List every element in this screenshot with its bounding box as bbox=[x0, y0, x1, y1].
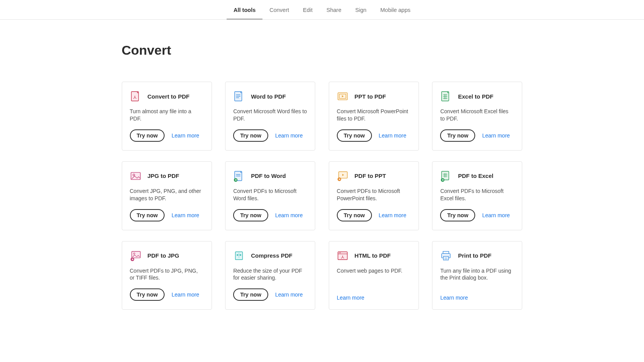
card-title: Print to PDF bbox=[458, 252, 491, 259]
try-now-button[interactable]: Try now bbox=[233, 209, 268, 221]
tabs-bar: All tools Convert Edit Share Sign Mobile… bbox=[0, 2, 644, 20]
try-now-button[interactable]: Try now bbox=[337, 209, 372, 221]
learn-more-link[interactable]: Learn more bbox=[275, 132, 303, 139]
try-now-button[interactable]: Try now bbox=[440, 209, 475, 221]
ppt-to-pdf-icon bbox=[337, 90, 348, 102]
card-excel-to-pdf[interactable]: Excel to PDF Convert Microsoft Excel fil… bbox=[432, 82, 522, 151]
card-actions: Try now Learn more bbox=[130, 129, 204, 142]
learn-more-link[interactable]: Learn more bbox=[440, 295, 468, 301]
tab-sign[interactable]: Sign bbox=[348, 2, 373, 19]
excel-to-pdf-icon bbox=[440, 90, 452, 102]
card-actions: Try now Learn more bbox=[440, 129, 514, 142]
svg-point-37 bbox=[340, 252, 341, 253]
card-actions: Learn more bbox=[440, 295, 514, 301]
card-head: PPT to PDF bbox=[337, 90, 411, 102]
card-title: Word to PDF bbox=[251, 93, 286, 100]
card-title: PDF to Excel bbox=[458, 173, 493, 179]
card-html-to-pdf[interactable]: 人 HTML to PDF Convert web pages to PDF. … bbox=[329, 241, 419, 310]
learn-more-link[interactable]: Learn more bbox=[172, 132, 199, 139]
learn-more-link[interactable]: Learn more bbox=[337, 295, 365, 301]
card-desc: Reduce the size of your PDF for easier s… bbox=[233, 267, 307, 282]
card-head: PDF to Word bbox=[233, 170, 307, 182]
card-desc: Convert Microsoft Excel files to PDF. bbox=[440, 108, 514, 122]
card-actions: Try now Learn more bbox=[337, 129, 411, 142]
card-head: 人 HTML to PDF bbox=[337, 250, 411, 261]
card-desc: Convert web pages to PDF. bbox=[337, 267, 411, 288]
svg-rect-41 bbox=[444, 256, 449, 260]
card-actions: Try now Learn more bbox=[130, 209, 204, 221]
card-title: PDF to PPT bbox=[355, 173, 386, 179]
card-desc: Turn any file into a PDF using the Print… bbox=[440, 267, 514, 288]
card-actions: Try now Learn more bbox=[233, 288, 307, 301]
tab-all-tools[interactable]: All tools bbox=[227, 2, 262, 19]
card-convert-to-pdf[interactable]: 人 Convert to PDF Turn almost any file in… bbox=[122, 82, 212, 151]
card-head: Print to PDF bbox=[440, 250, 514, 261]
try-now-button[interactable]: Try now bbox=[233, 129, 268, 142]
card-word-to-pdf[interactable]: Word to PDF Convert Microsoft Word files… bbox=[225, 82, 315, 151]
tab-mobile-apps[interactable]: Mobile apps bbox=[373, 2, 417, 19]
jpg-to-pdf-icon bbox=[130, 170, 141, 182]
card-compress-pdf[interactable]: Compress PDF Reduce the size of your PDF… bbox=[225, 241, 315, 310]
try-now-button[interactable]: Try now bbox=[440, 129, 475, 142]
pdf-to-excel-icon bbox=[440, 170, 452, 182]
convert-to-pdf-icon: 人 bbox=[130, 90, 141, 102]
card-desc: Convert JPG, PNG, and other images to PD… bbox=[130, 188, 204, 202]
card-pdf-to-ppt[interactable]: PDF to PPT Convert PDFs to Microsoft Pow… bbox=[329, 161, 419, 230]
card-desc: Convert PDFs to JPG, PNG, or TIFF files. bbox=[130, 267, 204, 282]
pdf-to-word-icon bbox=[233, 170, 245, 182]
card-actions: Learn more bbox=[337, 295, 411, 301]
print-to-pdf-icon bbox=[440, 250, 452, 261]
card-head: Word to PDF bbox=[233, 90, 307, 102]
card-title: Convert to PDF bbox=[148, 93, 190, 100]
card-title: Compress PDF bbox=[251, 252, 293, 259]
main-container: Convert 人 Convert to PDF Turn almost any… bbox=[122, 20, 523, 325]
card-actions: Try now Learn more bbox=[233, 209, 307, 221]
pdf-to-jpg-icon bbox=[130, 250, 141, 261]
try-now-button[interactable]: Try now bbox=[337, 129, 372, 142]
card-head: PDF to JPG bbox=[130, 250, 204, 261]
card-title: PDF to Word bbox=[251, 173, 286, 179]
card-desc: Convert PDFs to Microsoft Word files. bbox=[233, 188, 307, 202]
card-pdf-to-excel[interactable]: PDF to Excel Convert PDFs to Microsoft E… bbox=[432, 161, 522, 230]
card-ppt-to-pdf[interactable]: PPT to PDF Convert Microsoft PowerPoint … bbox=[329, 82, 419, 151]
html-to-pdf-icon: 人 bbox=[337, 250, 348, 261]
tab-convert[interactable]: Convert bbox=[262, 2, 296, 19]
try-now-button[interactable]: Try now bbox=[130, 209, 165, 221]
svg-point-36 bbox=[339, 252, 340, 253]
card-actions: Try now Learn more bbox=[440, 209, 514, 221]
word-to-pdf-icon bbox=[233, 90, 245, 102]
try-now-button[interactable]: Try now bbox=[130, 129, 165, 142]
card-head: PDF to PPT bbox=[337, 170, 411, 182]
learn-more-link[interactable]: Learn more bbox=[172, 292, 199, 298]
card-title: PPT to PDF bbox=[355, 93, 386, 100]
learn-more-link[interactable]: Learn more bbox=[275, 292, 303, 298]
card-actions: Try now Learn more bbox=[233, 129, 307, 142]
learn-more-link[interactable]: Learn more bbox=[379, 212, 407, 218]
card-head: PDF to Excel bbox=[440, 170, 514, 182]
learn-more-link[interactable]: Learn more bbox=[172, 212, 199, 218]
learn-more-link[interactable]: Learn more bbox=[379, 132, 407, 139]
section-title: Convert bbox=[122, 43, 523, 58]
card-pdf-to-jpg[interactable]: PDF to JPG Convert PDFs to JPG, PNG, or … bbox=[122, 241, 212, 310]
learn-more-link[interactable]: Learn more bbox=[482, 132, 510, 139]
card-desc: Convert PDFs to Microsoft Excel files. bbox=[440, 188, 514, 202]
learn-more-link[interactable]: Learn more bbox=[482, 212, 510, 218]
learn-more-link[interactable]: Learn more bbox=[275, 212, 303, 218]
cards-grid: 人 Convert to PDF Turn almost any file in… bbox=[122, 82, 523, 310]
card-print-to-pdf[interactable]: Print to PDF Turn any file into a PDF us… bbox=[432, 241, 522, 310]
try-now-button[interactable]: Try now bbox=[130, 288, 165, 301]
card-pdf-to-word[interactable]: PDF to Word Convert PDFs to Microsoft Wo… bbox=[225, 161, 315, 230]
tab-share[interactable]: Share bbox=[319, 2, 348, 19]
compress-pdf-icon bbox=[233, 250, 245, 261]
svg-rect-39 bbox=[443, 251, 449, 253]
card-desc: Convert PDFs to Microsoft PowerPoint fil… bbox=[337, 188, 411, 202]
try-now-button[interactable]: Try now bbox=[233, 288, 268, 301]
card-desc: Turn almost any file into a PDF. bbox=[130, 108, 204, 122]
card-title: HTML to PDF bbox=[355, 252, 391, 259]
tab-edit[interactable]: Edit bbox=[296, 2, 319, 19]
card-desc: Convert Microsoft PowerPoint files to PD… bbox=[337, 108, 411, 122]
svg-text:人: 人 bbox=[341, 255, 345, 258]
card-head: Compress PDF bbox=[233, 250, 307, 261]
card-jpg-to-pdf[interactable]: JPG to PDF Convert JPG, PNG, and other i… bbox=[122, 161, 212, 230]
svg-text:人: 人 bbox=[133, 95, 137, 99]
